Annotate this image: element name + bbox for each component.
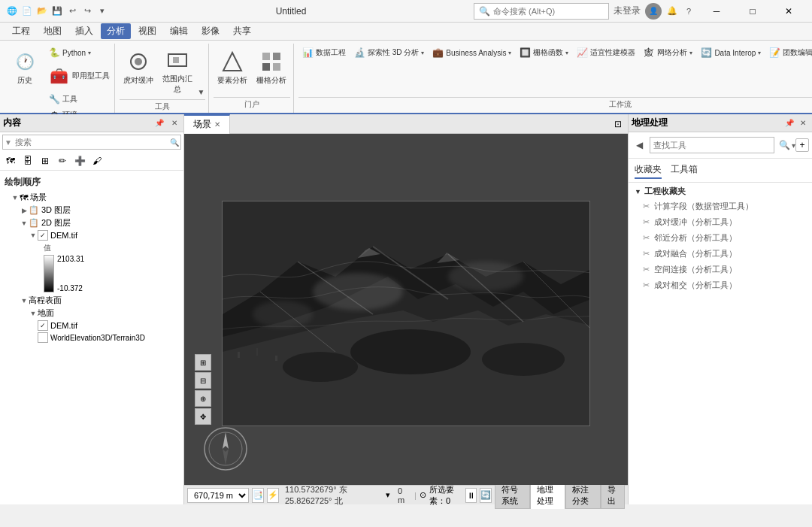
explore-button[interactable]: ✥ bbox=[195, 408, 211, 425]
raster-functions-button[interactable]: 🔲 栅格函数 ▾ bbox=[516, 45, 571, 60]
3d-layers-node[interactable]: ▶ 📋 3D 图层 bbox=[2, 204, 182, 217]
ground-node[interactable]: ▼ 地面 bbox=[2, 307, 182, 320]
scene-tab[interactable]: 场景 ✕ bbox=[184, 114, 230, 134]
toolbox-tab[interactable]: 工具箱 bbox=[671, 162, 698, 179]
menu-edit[interactable]: 编辑 bbox=[164, 23, 194, 39]
network-analysis-button[interactable]: 🕸 网络分析 ▾ bbox=[640, 45, 695, 60]
tool-icon-0: ✂ bbox=[641, 201, 651, 212]
symbology-tab[interactable]: 符号系统 bbox=[495, 482, 530, 509]
geo-item-5[interactable]: ✂ 成对相交（分析工具） bbox=[629, 277, 812, 293]
menu-imagery[interactable]: 影像 bbox=[195, 23, 226, 39]
style-btn[interactable]: 🖌 bbox=[89, 153, 105, 168]
summary-within-button[interactable]: 范围内汇总 bbox=[159, 45, 196, 98]
contents-search-input[interactable] bbox=[14, 138, 168, 147]
world-elevation-checkbox[interactable] bbox=[38, 332, 48, 343]
zoom-extent-button[interactable]: ⊟ bbox=[195, 372, 211, 389]
tool-icon-3: ✂ bbox=[641, 249, 651, 259]
tools-group-expand[interactable]: ▼ bbox=[198, 88, 205, 98]
geo-add-button[interactable]: + bbox=[795, 138, 809, 152]
geo-search-input[interactable] bbox=[650, 141, 774, 150]
readytouse-button[interactable]: 🧰 即用型工具 bbox=[45, 61, 111, 91]
close-button[interactable]: ✕ bbox=[771, 0, 806, 23]
new-icon[interactable]: 📄 bbox=[21, 5, 33, 17]
menu-view[interactable]: 视图 bbox=[132, 23, 162, 39]
geo-close[interactable]: ✕ bbox=[797, 117, 809, 129]
history-button[interactable]: 🕐 历史 bbox=[6, 45, 44, 90]
compass[interactable] bbox=[203, 426, 248, 474]
pause-btn[interactable]: ⏸ bbox=[465, 488, 477, 503]
geo-item-2[interactable]: ✂ 邻近分析（分析工具） bbox=[629, 230, 812, 246]
geoprocessing-tab[interactable]: 地理处理 bbox=[530, 482, 565, 509]
geo-auto-pin[interactable]: 📌 bbox=[783, 117, 795, 129]
menu-insert[interactable]: 插入 bbox=[69, 23, 99, 39]
map-view-btn[interactable]: 🗺 bbox=[2, 153, 19, 168]
db-view-btn[interactable]: 🗄 bbox=[20, 153, 36, 168]
geo-search-box[interactable] bbox=[650, 137, 774, 153]
legend-content: 2103.31 -10.372 bbox=[44, 255, 182, 292]
command-search-input[interactable] bbox=[493, 7, 591, 16]
business-analysis-button[interactable]: 💼 Business Analysis ▾ bbox=[429, 45, 514, 60]
edit-btn[interactable]: ✏ bbox=[54, 153, 71, 168]
sync-btn[interactable]: ⚡ bbox=[267, 488, 279, 503]
notification-icon[interactable]: 🔔 bbox=[666, 5, 678, 17]
help-icon[interactable]: ? bbox=[683, 5, 695, 17]
pairwise-buffer-button[interactable]: 虎对缓冲 bbox=[120, 45, 157, 90]
terrain-view[interactable] bbox=[222, 201, 590, 426]
open-icon[interactable]: 📂 bbox=[36, 5, 48, 17]
menu-share[interactable]: 共享 bbox=[227, 23, 257, 39]
world-elevation-node[interactable]: WorldElevation3D/Terrain3D bbox=[2, 332, 182, 344]
ground-dem-checkbox[interactable]: ✓ bbox=[38, 320, 48, 331]
suitability-modeler-button[interactable]: 📈 适宜性建模器 bbox=[573, 45, 638, 60]
geo-item-3[interactable]: ✂ 成对融合（分析工具） bbox=[629, 246, 812, 262]
scale-selector[interactable]: 670,719 m bbox=[187, 488, 249, 503]
python-button[interactable]: 🐍 Python ▾ bbox=[45, 45, 111, 60]
redo-icon[interactable]: ↪ bbox=[81, 5, 93, 17]
coord-sep: ▾ bbox=[386, 490, 390, 500]
geo-back-button[interactable]: ◀ bbox=[632, 138, 647, 153]
exploratory-3d-button[interactable]: 🔬 探索性 3D 分析 ▾ bbox=[350, 45, 427, 60]
data-interop-button[interactable]: 🔄 Data Interop ▾ bbox=[697, 45, 764, 60]
svg-marker-4 bbox=[223, 53, 241, 71]
raster-analysis-button[interactable]: 栅格分析 bbox=[253, 45, 290, 90]
geo-item-1[interactable]: ✂ 成对缓冲（分析工具） bbox=[629, 214, 812, 230]
menu-project[interactable]: 工程 bbox=[6, 23, 36, 39]
menu-map[interactable]: 地图 bbox=[38, 23, 68, 39]
data-engineering-button[interactable]: 📊 数据工程 bbox=[298, 45, 349, 60]
contents-search[interactable]: ▼ 🔍 bbox=[2, 135, 181, 150]
scene-node[interactable]: ▼ 🗺 场景 bbox=[2, 191, 182, 204]
center-area: 场景 ✕ ⊡ bbox=[184, 114, 628, 504]
export-tab[interactable]: 导出 bbox=[601, 482, 625, 509]
minimize-button[interactable]: ─ bbox=[699, 0, 734, 23]
feature-analysis-button[interactable]: 要素分析 bbox=[214, 45, 251, 90]
undo-icon[interactable]: ↩ bbox=[66, 5, 78, 17]
avatar[interactable]: 👤 bbox=[645, 3, 662, 20]
filter-btn[interactable]: ⊞ bbox=[37, 153, 53, 168]
menu-analysis[interactable]: 分析 bbox=[101, 23, 131, 39]
tools-icon: 🔧 bbox=[48, 93, 60, 105]
add-layer-btn[interactable]: ➕ bbox=[71, 153, 88, 168]
map-maximize-btn[interactable]: ⊡ bbox=[608, 119, 628, 129]
zoom-layer-button[interactable]: ⊕ bbox=[195, 390, 211, 407]
2d-expand-icon: ▼ bbox=[20, 220, 29, 227]
geo-item-4[interactable]: ✂ 空间连接（分析工具） bbox=[629, 262, 812, 277]
dem-tif-node[interactable]: ▼ ✓ DEM.tif bbox=[2, 229, 182, 241]
favorites-tab[interactable]: 收藏夹 bbox=[635, 162, 662, 179]
zoom-fit-button[interactable]: ⊞ bbox=[195, 354, 211, 371]
save-icon[interactable]: 💾 bbox=[51, 5, 63, 17]
contents-close[interactable]: ✕ bbox=[168, 117, 180, 129]
2d-layers-node[interactable]: ▼ 📋 2D 图层 bbox=[2, 217, 182, 229]
gang-number-editor-button[interactable]: 📝 团数编辑器 bbox=[765, 45, 812, 60]
refresh-btn[interactable]: 🔄 bbox=[480, 488, 492, 503]
bookmark-btn[interactable]: 📑 bbox=[252, 488, 264, 503]
dem-checkbox[interactable]: ✓ bbox=[38, 230, 48, 241]
maximize-button[interactable]: □ bbox=[735, 0, 770, 23]
elevation-surface-node[interactable]: ▼ 高程表面 bbox=[2, 294, 182, 307]
more-icon[interactable]: ▾ bbox=[96, 5, 108, 17]
command-search-box[interactable]: 🔍 bbox=[474, 3, 609, 20]
geo-item-0[interactable]: ✂ 计算字段（数据管理工具） bbox=[629, 198, 812, 214]
labeling-tab[interactable]: 标注分类 bbox=[565, 482, 601, 509]
scene-tab-close[interactable]: ✕ bbox=[214, 120, 220, 129]
tools-button[interactable]: 🔧 工具 bbox=[45, 92, 111, 107]
ground-dem-node[interactable]: ✓ DEM.tif bbox=[2, 320, 182, 332]
contents-auto-pin[interactable]: 📌 bbox=[153, 117, 165, 129]
